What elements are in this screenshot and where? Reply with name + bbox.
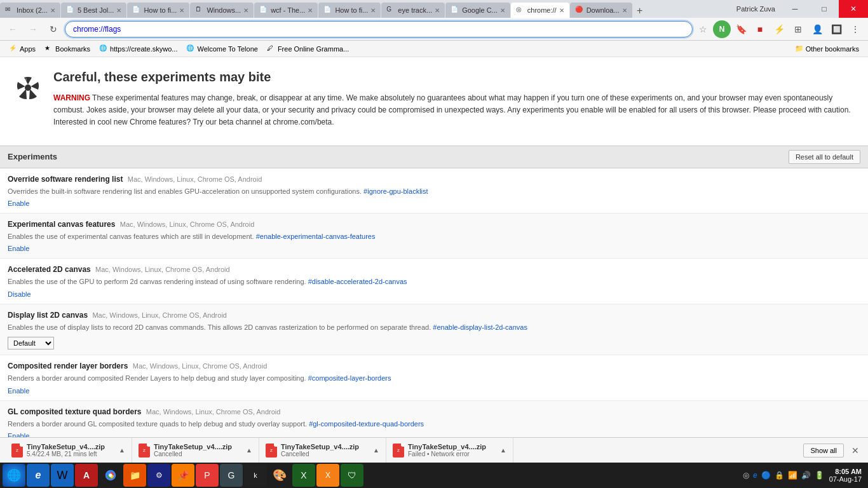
download-info: TinyTakeSetup_v4....zip Failed • Network…: [408, 443, 496, 444]
page-title: Careful, these experiments may bite: [53, 70, 855, 85]
warning-section: Careful, these experiments may bite WARN…: [0, 57, 868, 135]
bookmark-item[interactable]: 🌐Welcome To Telone: [182, 43, 261, 55]
tab-close-icon[interactable]: ✕: [50, 7, 55, 14]
download-item: z TinyTakeSetup_v4....zip Failed • Netwo…: [386, 438, 513, 444]
bookmark-label: https://create.skywo...: [110, 45, 177, 53]
bookmark-item[interactable]: 🖊Free Online Gramma...: [263, 43, 353, 55]
tab-close-icon[interactable]: ✕: [500, 7, 505, 14]
user-name: Patrick Zuva: [731, 5, 780, 13]
extension-icon5[interactable]: 🔲: [827, 20, 845, 38]
experiment-name: Composited render layer borders: [8, 362, 128, 370]
minimize-button[interactable]: ─: [780, 0, 810, 18]
extension-icon4[interactable]: 👤: [808, 20, 826, 38]
experiment-action-link[interactable]: Enable: [8, 200, 29, 207]
chrome-menu-button[interactable]: ⋮: [846, 20, 864, 38]
tab-favicon: 📄: [323, 6, 332, 15]
bookmark-favicon: 🌐: [99, 44, 108, 53]
address-bar[interactable]: [65, 21, 693, 37]
experiment-item: Composited render layer borders Mac, Win…: [0, 355, 868, 400]
download-name: TinyTakeSetup_v4....zip: [281, 443, 369, 444]
experiment-item: Experimental canvas features Mac, Window…: [0, 214, 868, 259]
other-bookmarks-label: Other bookmarks: [806, 45, 859, 53]
tab-favicon: 📄: [132, 6, 141, 15]
close-button[interactable]: ✕: [839, 0, 868, 18]
show-all-downloads-button[interactable]: Show all: [803, 444, 844, 444]
experiment-flag-link[interactable]: #gl-composited-texture-quad-borders: [309, 419, 424, 429]
chrome-update-icon[interactable]: N: [713, 20, 731, 38]
tab-favicon: 🔴: [575, 6, 584, 15]
downloads-bar: z TinyTakeSetup_v4....zip 5.4/22.4 MB, 2…: [0, 437, 868, 444]
extension-icon3[interactable]: ⊞: [789, 20, 807, 38]
tab-tab-windows[interactable]: 🗒Windows...✕: [190, 3, 254, 18]
download-file-icon: z: [139, 444, 150, 444]
reload-button[interactable]: ↻: [44, 20, 62, 38]
bookmark-label: Bookmarks: [55, 45, 90, 53]
tab-tab-gmail[interactable]: ✉Inbox (2...✕: [0, 3, 60, 18]
warning-text: WARNING These experimental features may …: [53, 92, 855, 129]
bookmark-item[interactable]: 🌐https://create.skywo...: [95, 43, 181, 55]
tab-tab-howto2[interactable]: 📄How to fi...✕: [318, 3, 381, 18]
tab-close-icon[interactable]: ✕: [243, 7, 248, 14]
experiment-dropdown[interactable]: DefaultEnabledDisabled: [8, 337, 54, 349]
folder-icon: 📁: [795, 44, 804, 53]
experiment-flag-link[interactable]: #disable-accelerated-2d-canvas: [308, 277, 407, 287]
forward-button[interactable]: →: [24, 20, 42, 38]
tab-favicon: ✉: [5, 6, 14, 15]
experiment-name-line: Experimental canvas features Mac, Window…: [8, 220, 860, 229]
other-bookmarks-button[interactable]: 📁 Other bookmarks: [791, 43, 863, 54]
experiment-desc: Renders a border around GL composited te…: [8, 418, 860, 429]
tab-close-icon[interactable]: ✕: [179, 7, 184, 14]
new-tab-button[interactable]: +: [633, 4, 647, 18]
bookmark-label: Welcome To Telone: [197, 45, 257, 53]
tab-close-icon[interactable]: ✕: [435, 7, 440, 14]
bookmark-item[interactable]: ★Bookmarks: [41, 43, 94, 55]
bookmark-item[interactable]: ⚡Apps: [5, 43, 39, 55]
tab-close-icon[interactable]: ✕: [116, 7, 121, 14]
experiment-action-link[interactable]: Enable: [8, 245, 29, 252]
experiment-item: Display list 2D canvas Mac, Windows, Lin…: [0, 304, 868, 355]
tab-favicon: 📄: [259, 6, 268, 15]
tab-close-icon[interactable]: ✕: [370, 7, 376, 14]
tab-close-icon[interactable]: ✕: [559, 7, 564, 14]
tab-tab-wcf[interactable]: 📄wcf - The...✕: [254, 3, 318, 18]
experiment-action-link[interactable]: Disable: [8, 290, 31, 298]
experiment-desc: Overrides the built-in software renderin…: [8, 186, 860, 196]
bookmark-favicon: 🌐: [186, 44, 195, 53]
reset-all-button[interactable]: Reset all to default: [789, 150, 860, 164]
warning-content: Careful, these experiments may bite WARN…: [53, 70, 855, 129]
extension-icon2[interactable]: ⚡: [770, 20, 788, 38]
experiment-action-link[interactable]: Enable: [8, 387, 29, 395]
experiment-flag-link[interactable]: #composited-layer-borders: [308, 374, 391, 383]
experiment-flag-link[interactable]: #ignore-gpu-blacklist: [363, 187, 428, 196]
maximize-button[interactable]: □: [810, 0, 839, 18]
experiment-select[interactable]: DefaultEnabledDisabled: [8, 337, 54, 349]
tab-tab-googlec[interactable]: 📄Google C...✕: [445, 3, 510, 18]
download-item: z TinyTakeSetup_v4....zip Cancelled ▲: [259, 438, 386, 444]
tab-tab-download[interactable]: 🔴Downloa...✕: [570, 3, 632, 18]
back-button[interactable]: ←: [4, 20, 22, 38]
experiment-flag-link[interactable]: #enable-display-list-2d-canvas: [433, 323, 527, 332]
experiment-name: Experimental canvas features: [8, 220, 115, 229]
experiment-name: GL composited texture quad borders: [8, 407, 141, 416]
bookmark-star-button[interactable]: ☆: [695, 22, 710, 37]
bookmark-label: Free Online Gramma...: [278, 45, 349, 53]
experiment-name-line: GL composited texture quad borders Mac, …: [8, 407, 860, 416]
close-downloads-button[interactable]: ✕: [848, 443, 863, 444]
experiment-name: Override software rendering list: [8, 175, 123, 184]
extension-icon1[interactable]: ■: [751, 20, 769, 38]
pocket-icon[interactable]: 🔖: [732, 20, 750, 38]
window-controls: ─ □ ✕: [780, 0, 868, 18]
tab-tab-eyetrack[interactable]: Geye track...✕: [381, 3, 445, 18]
download-info: TinyTakeSetup_v4....zip Cancelled: [154, 443, 242, 444]
tab-tab-5best[interactable]: 📄5 Best Jol...✕: [61, 3, 126, 18]
tab-tab-chrome[interactable]: ◎chrome://✕: [511, 3, 569, 18]
experiment-flag-link[interactable]: #enable-experimental-canvas-features: [256, 232, 376, 241]
radiation-icon: [13, 72, 43, 103]
tab-close-icon[interactable]: ✕: [622, 7, 627, 14]
tab-tab-howto1[interactable]: 📄How to fi...✕: [127, 3, 189, 18]
download-file-icon: z: [11, 444, 23, 444]
experiment-item: Override software rendering list Mac, Wi…: [0, 168, 868, 214]
tab-favicon: ◎: [516, 6, 525, 15]
download-name: TinyTakeSetup_v4....zip: [154, 443, 242, 444]
tab-close-icon[interactable]: ✕: [308, 7, 313, 14]
